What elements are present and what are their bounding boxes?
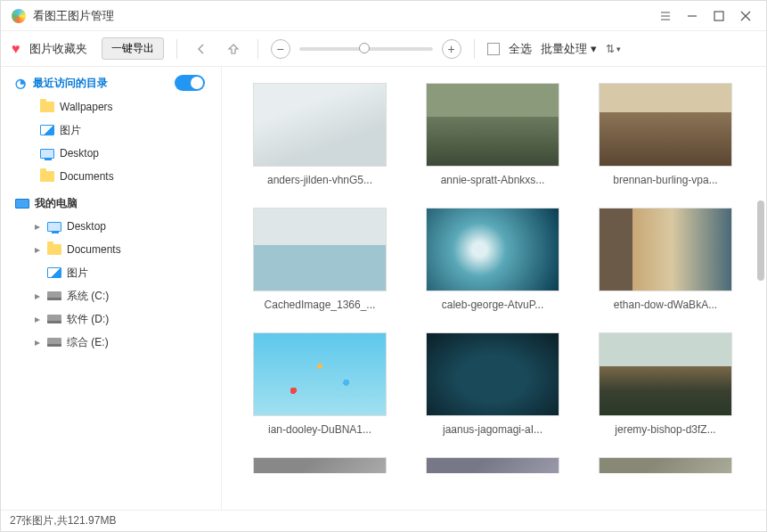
thumbnail-card[interactable]: jeremy-bishop-d3fZ... [585, 332, 746, 436]
thumbnail-image[interactable] [599, 208, 732, 291]
expander-icon[interactable]: ▸ [33, 313, 42, 325]
thumbnail-image[interactable] [599, 83, 732, 167]
sidebar-item-label: 图片 [67, 266, 88, 281]
thumbnail-card[interactable]: anders-jilden-vhnG5... [240, 83, 400, 186]
thumbnail-card[interactable]: annie-spratt-Abnkxs... [412, 83, 573, 186]
separator [474, 39, 475, 59]
expander-icon[interactable]: ▸ [33, 220, 42, 233]
favorites-label[interactable]: 图片收藏夹 [29, 41, 87, 57]
thumbnail-label: annie-spratt-Abnkxs... [441, 174, 545, 186]
minimize-button[interactable] [679, 3, 706, 29]
sidebar-item-label: Desktop [67, 220, 106, 233]
sidebar-item-label: 系统 (C:) [67, 289, 109, 304]
recent-header-label: 最近访问的目录 [33, 76, 108, 91]
separator [257, 39, 258, 59]
status-text: 27张图片,共121.97MB [10, 513, 116, 528]
chevron-down-icon: ▾ [616, 45, 621, 53]
thumbnail-card[interactable] [585, 457, 746, 473]
sidebar-header-mypc[interactable]: 我的电脑 [1, 192, 221, 215]
thumbnail-card[interactable]: jaanus-jagomagi-aI... [412, 332, 573, 436]
thumbnail-label: ethan-dow-dWaBkA... [614, 299, 717, 311]
zoom-slider-thumb[interactable] [359, 43, 370, 53]
thumbnail-card[interactable] [412, 457, 573, 473]
status-bar: 27张图片,共121.97MB [1, 510, 766, 531]
maximize-button[interactable] [706, 3, 732, 29]
recent-toggle[interactable] [175, 75, 205, 91]
computer-icon [15, 199, 29, 209]
thumbnail-image[interactable] [599, 457, 732, 473]
thumbnail-image[interactable] [426, 83, 559, 167]
thumbnail-image[interactable] [426, 332, 559, 416]
sidebar-item-label: 图片 [60, 123, 81, 138]
sidebar: ◔ 最近访问的目录 Wallpapers图片DesktopDocuments 我… [1, 67, 222, 510]
clock-icon: ◔ [15, 76, 26, 90]
folder-icon [47, 244, 61, 255]
expander-icon[interactable]: ▸ [33, 290, 42, 302]
mypc-header-label: 我的电脑 [35, 196, 78, 211]
picture-icon [47, 267, 61, 278]
back-button[interactable] [190, 37, 213, 61]
picture-icon [40, 125, 54, 135]
select-all-checkbox[interactable] [487, 43, 500, 55]
sidebar-item[interactable]: ▸Documents [1, 238, 221, 261]
app-icon [12, 9, 26, 23]
thumbnail-label: jeremy-bishop-d3fZ... [615, 423, 715, 436]
sidebar-item[interactable]: ▸系统 (C:) [1, 284, 221, 307]
thumbnail-card[interactable]: caleb-george-AtvuP... [412, 208, 573, 311]
thumbnail-image[interactable] [253, 83, 387, 167]
thumbnail-label: jaanus-jagomagi-aI... [443, 423, 543, 436]
thumbnail-card[interactable] [240, 457, 400, 473]
thumbnail-label: anders-jilden-vhnG5... [267, 174, 372, 186]
disk-icon [47, 291, 61, 300]
toolbar: ♥ 图片收藏夹 一键导出 − + 全选 批量处理▾ ⇅ ▾ [1, 31, 766, 67]
folder-icon [40, 171, 54, 182]
sidebar-item-label: 软件 (D:) [67, 312, 109, 327]
app-title: 看图王图片管理 [33, 8, 114, 24]
thumbnail-card[interactable]: CachedImage_1366_... [240, 208, 400, 311]
batch-process-dropdown[interactable]: 批量处理▾ [541, 41, 597, 57]
thumbnail-image[interactable] [253, 332, 387, 416]
zoom-out-button[interactable]: − [271, 39, 290, 59]
thumbnail-card[interactable]: ian-dooley-DuBNA1... [240, 332, 400, 436]
sidebar-item[interactable]: Desktop [1, 142, 221, 165]
chevron-down-icon: ▾ [591, 42, 597, 55]
sidebar-item[interactable]: ▸综合 (E:) [1, 331, 221, 354]
thumbnail-image[interactable] [253, 457, 387, 473]
sidebar-item[interactable]: ▸软件 (D:) [1, 307, 221, 331]
vertical-scrollbar[interactable] [757, 201, 764, 281]
disk-icon [47, 338, 61, 347]
sidebar-item[interactable]: 图片 [1, 261, 221, 284]
body: ◔ 最近访问的目录 Wallpapers图片DesktopDocuments 我… [1, 67, 766, 510]
zoom-slider[interactable] [299, 47, 433, 51]
batch-label: 批量处理 [541, 41, 587, 57]
thumbnail-card[interactable]: brennan-burling-vpa... [585, 83, 746, 186]
up-button[interactable] [222, 37, 245, 61]
folder-icon [40, 102, 54, 112]
heart-icon: ♥ [12, 41, 20, 57]
sidebar-item[interactable]: Documents [1, 165, 221, 188]
thumbnail-image[interactable] [426, 457, 559, 473]
expander-icon[interactable]: ▸ [33, 336, 42, 348]
export-button[interactable]: 一键导出 [102, 37, 164, 60]
sidebar-item[interactable]: ▸Desktop [1, 215, 221, 238]
select-all-label: 全选 [509, 41, 532, 57]
sidebar-item[interactable]: 图片 [1, 119, 221, 142]
separator [176, 39, 177, 59]
thumbnail-image[interactable] [253, 208, 387, 291]
monitor-icon [47, 222, 61, 232]
sidebar-header-recent[interactable]: ◔ 最近访问的目录 [1, 70, 221, 95]
close-button[interactable] [732, 3, 759, 29]
sidebar-item-label: Wallpapers [60, 101, 113, 113]
disk-icon [47, 315, 61, 323]
sidebar-item-label: 综合 (E:) [67, 335, 109, 350]
sidebar-item[interactable]: Wallpapers [1, 95, 221, 119]
thumbnail-image[interactable] [426, 208, 559, 291]
thumbnail-card[interactable]: ethan-dow-dWaBkA... [585, 208, 746, 311]
thumbnail-grid: anders-jilden-vhnG5...annie-spratt-Abnkx… [240, 83, 757, 473]
menu-button[interactable] [652, 3, 679, 29]
expander-icon[interactable]: ▸ [33, 243, 42, 256]
zoom-in-button[interactable]: + [442, 39, 461, 59]
thumbnail-image[interactable] [599, 332, 732, 416]
sort-button[interactable]: ⇅ ▾ [606, 43, 624, 55]
titlebar: 看图王图片管理 [1, 1, 766, 31]
